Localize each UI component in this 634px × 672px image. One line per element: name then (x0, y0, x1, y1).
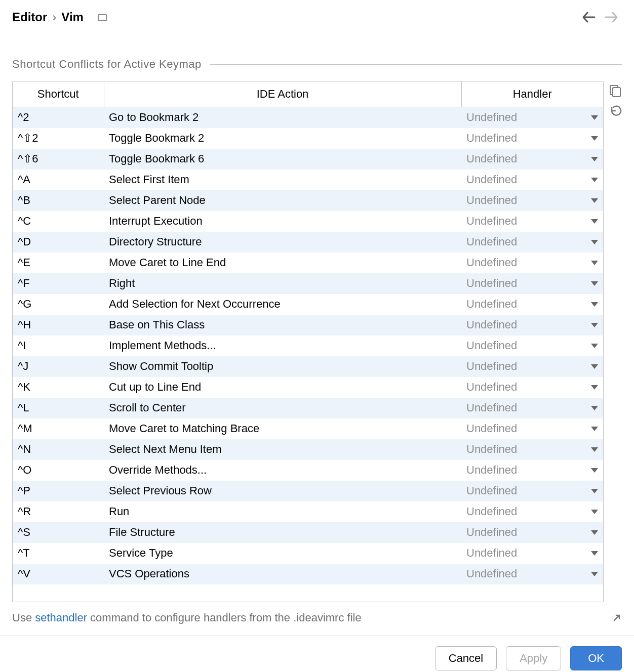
chevron-down-icon[interactable] (591, 489, 598, 493)
table-row[interactable]: ^GAdd Selection for Next OccurrenceUndef… (13, 294, 603, 315)
cell-handler[interactable]: Undefined (461, 398, 603, 418)
cell-handler[interactable]: Undefined (461, 149, 603, 170)
chevron-down-icon[interactable] (591, 261, 598, 265)
chevron-down-icon[interactable] (591, 551, 598, 556)
table-row[interactable]: ^DDirectory StructureUndefined (13, 232, 603, 253)
cell-action: Right (104, 273, 461, 294)
cell-handler[interactable]: Undefined (461, 294, 603, 315)
chevron-down-icon[interactable] (591, 468, 598, 473)
copy-icon[interactable] (609, 84, 622, 97)
cancel-button[interactable]: Cancel (435, 646, 497, 670)
cell-handler[interactable]: Undefined (461, 439, 603, 460)
sethandler-link[interactable]: sethandler (35, 611, 87, 624)
chevron-down-icon[interactable] (591, 447, 598, 452)
table-row[interactable]: ^TService TypeUndefined (13, 543, 603, 564)
chevron-down-icon[interactable] (591, 178, 598, 182)
chevron-down-icon[interactable] (591, 530, 598, 535)
cell-handler[interactable]: Undefined (461, 335, 603, 356)
chevron-down-icon[interactable] (591, 364, 598, 369)
col-handler[interactable]: Handler (461, 81, 603, 107)
divider (210, 64, 622, 65)
cell-handler[interactable]: Undefined (461, 356, 603, 377)
cell-handler[interactable]: Undefined (461, 170, 603, 190)
handler-value: Undefined (466, 547, 517, 560)
table-row[interactable]: ^ASelect First ItemUndefined (13, 170, 603, 190)
cell-handler[interactable]: Undefined (461, 501, 603, 522)
cell-shortcut: ^T (13, 543, 104, 564)
chevron-down-icon[interactable] (591, 198, 598, 203)
handler-value: Undefined (466, 318, 517, 331)
table-row[interactable]: ^PSelect Previous RowUndefined (13, 481, 603, 501)
cell-action: Go to Bookmark 2 (104, 107, 461, 128)
handler-value: Undefined (466, 401, 517, 414)
table-row[interactable]: ^NSelect Next Menu ItemUndefined (13, 439, 603, 460)
ok-button[interactable]: OK (570, 646, 622, 670)
chevron-down-icon[interactable] (591, 157, 598, 161)
table-row[interactable]: ^OOverride Methods...Undefined (13, 460, 603, 481)
cell-action: Select Next Menu Item (104, 439, 461, 460)
table-row[interactable]: ^IImplement Methods...Undefined (13, 335, 603, 356)
table-row[interactable]: ^FRightUndefined (13, 273, 603, 294)
undo-icon[interactable] (609, 104, 622, 117)
table-row[interactable]: ^BSelect Parent NodeUndefined (13, 190, 603, 211)
chevron-down-icon[interactable] (591, 406, 598, 410)
chevron-down-icon[interactable] (591, 510, 598, 514)
chevron-down-icon[interactable] (591, 219, 598, 224)
crumb-root[interactable]: Editor (12, 10, 47, 24)
cell-handler[interactable]: Undefined (461, 232, 603, 253)
chevron-down-icon[interactable] (591, 240, 598, 244)
table-row[interactable]: ^KCut up to Line EndUndefined (13, 377, 603, 398)
cell-handler[interactable]: Undefined (461, 273, 603, 294)
table-row[interactable]: ^SFile StructureUndefined (13, 522, 603, 543)
forward-button[interactable] (604, 11, 619, 24)
chevron-down-icon[interactable] (591, 385, 598, 390)
external-link-icon[interactable] (612, 613, 622, 623)
table-row[interactable]: ^⇧2Toggle Bookmark 2Undefined (13, 128, 603, 149)
cell-handler[interactable]: Undefined (461, 481, 603, 501)
table-row[interactable]: ^MMove Caret to Matching BraceUndefined (13, 418, 603, 439)
table-row[interactable]: ^EMove Caret to Line EndUndefined (13, 253, 603, 273)
cell-handler[interactable]: Undefined (461, 522, 603, 543)
cell-handler[interactable]: Undefined (461, 315, 603, 335)
table-row[interactable]: ^LScroll to CenterUndefined (13, 398, 603, 418)
chevron-down-icon[interactable] (591, 136, 598, 141)
cell-shortcut: ^K (13, 377, 104, 398)
cell-handler[interactable]: Undefined (461, 190, 603, 211)
cell-handler[interactable]: Undefined (461, 418, 603, 439)
window-icon (98, 14, 107, 21)
cell-handler[interactable]: Undefined (461, 564, 603, 584)
cell-shortcut: ^O (13, 460, 104, 481)
cell-handler[interactable]: Undefined (461, 543, 603, 564)
chevron-down-icon[interactable] (591, 572, 598, 576)
chevron-down-icon[interactable] (591, 344, 598, 348)
chevron-down-icon[interactable] (591, 302, 598, 307)
cell-action: Show Commit Tooltip (104, 356, 461, 377)
handler-value: Undefined (466, 152, 517, 165)
cell-shortcut: ^2 (13, 107, 104, 128)
handler-value: Undefined (466, 443, 517, 456)
col-action[interactable]: IDE Action (104, 81, 461, 107)
chevron-down-icon[interactable] (591, 427, 598, 431)
cell-handler[interactable]: Undefined (461, 107, 603, 128)
cell-action: Cut up to Line End (104, 377, 461, 398)
handler-value: Undefined (466, 298, 517, 311)
chevron-down-icon[interactable] (591, 323, 598, 327)
cell-handler[interactable]: Undefined (461, 128, 603, 149)
cell-handler[interactable]: Undefined (461, 377, 603, 398)
table-row[interactable]: ^VVCS OperationsUndefined (13, 564, 603, 584)
table-row[interactable]: ^HBase on This ClassUndefined (13, 315, 603, 335)
cell-action: Base on This Class (104, 315, 461, 335)
chevron-down-icon[interactable] (591, 281, 598, 286)
conflicts-table: Shortcut IDE Action Handler ^2Go to Book… (12, 81, 604, 602)
back-button[interactable] (581, 11, 597, 24)
chevron-down-icon[interactable] (591, 115, 598, 120)
cell-handler[interactable]: Undefined (461, 211, 603, 232)
table-row[interactable]: ^⇧6Toggle Bookmark 6Undefined (13, 149, 603, 170)
table-row[interactable]: ^RRunUndefined (13, 501, 603, 522)
col-shortcut[interactable]: Shortcut (13, 81, 104, 107)
cell-handler[interactable]: Undefined (461, 460, 603, 481)
table-row[interactable]: ^2Go to Bookmark 2Undefined (13, 107, 603, 128)
table-row[interactable]: ^JShow Commit TooltipUndefined (13, 356, 603, 377)
table-row[interactable]: ^CInterrupt ExecutionUndefined (13, 211, 603, 232)
cell-handler[interactable]: Undefined (461, 253, 603, 273)
